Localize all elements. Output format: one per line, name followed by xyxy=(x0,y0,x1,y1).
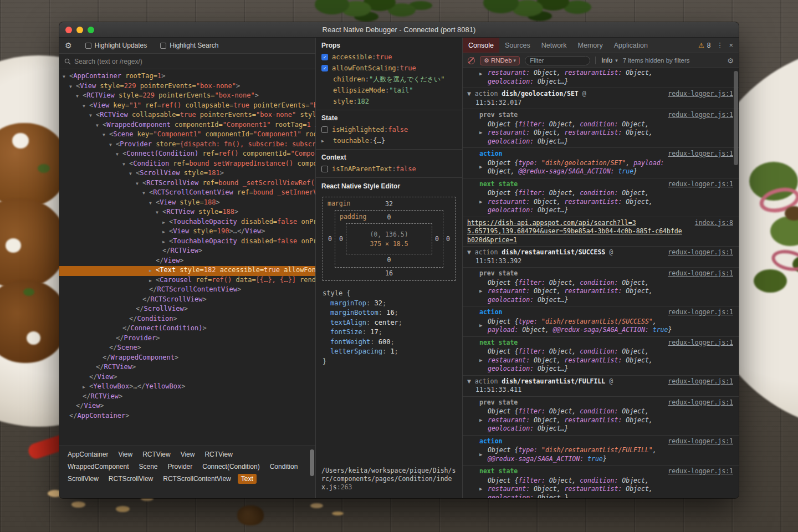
breadcrumb-item[interactable]: View xyxy=(115,449,136,459)
tree-row[interactable]: ▶<TouchableOpacity disabled=false onPres… xyxy=(59,218,315,228)
tree-row[interactable]: ▶<YellowBox>…</YellowBox> xyxy=(59,382,315,392)
expand-arrow[interactable]: ▼ xyxy=(69,84,76,89)
request-url-link[interactable]: https://dish-api.appspot.com/api/search?… xyxy=(467,219,690,245)
console-scrollbar[interactable] xyxy=(734,71,738,165)
expand-arrow[interactable]: ▶ xyxy=(479,451,488,459)
highlight-updates-checkbox[interactable] xyxy=(85,43,91,49)
tab-sources[interactable]: Sources xyxy=(499,38,536,53)
source-link[interactable]: redux-logger.js:1 xyxy=(663,90,733,99)
tab-console[interactable]: Console xyxy=(463,38,499,53)
zoom-window-button[interactable] xyxy=(88,27,94,33)
expand-arrow[interactable]: ▼ xyxy=(103,132,109,137)
expand-arrow[interactable]: ▼ xyxy=(156,210,162,215)
tree-row[interactable]: </RCTView> xyxy=(59,247,315,257)
source-link[interactable]: redux-logger.js:1 xyxy=(663,398,733,407)
tree-row[interactable]: </Provider> xyxy=(59,334,315,344)
expand-arrow[interactable]: ▼ xyxy=(122,162,129,167)
source-path[interactable]: /Users/keita/workspace/pique/Dish/src/co… xyxy=(316,463,462,498)
tree-row[interactable]: ▶<Text style=182 accessible=true allowFo… xyxy=(59,266,315,276)
css-prop-value[interactable]: 32 xyxy=(374,299,382,307)
prop-value[interactable]: false xyxy=(388,126,408,134)
prop-value[interactable]: true xyxy=(400,64,416,72)
expand-arrow[interactable]: ▶ xyxy=(479,287,488,296)
prop-value[interactable]: {…} xyxy=(373,137,385,145)
tree-row[interactable]: </View> xyxy=(59,373,315,383)
breadcrumb-item[interactable]: Scene xyxy=(136,462,161,472)
margin-right-value[interactable]: 0 xyxy=(443,210,453,268)
tree-row[interactable]: </RCTScrollContentView> xyxy=(59,285,315,295)
css-prop-value[interactable]: 600 xyxy=(378,338,391,346)
tree-row[interactable]: </View> xyxy=(59,402,315,412)
style-rule-prop[interactable]: fontSize: 17; xyxy=(323,328,456,337)
style-rule-prop[interactable]: fontWeight: 600; xyxy=(323,337,456,347)
source-link[interactable]: redux-logger.js:1 xyxy=(663,248,733,257)
padding-bottom-value[interactable]: 0 xyxy=(336,254,442,266)
source-link[interactable]: redux-logger.js:1 xyxy=(663,269,733,278)
expand-arrow[interactable]: ▶ xyxy=(479,416,488,425)
tree-row[interactable]: ▼<ScrollView style=181> xyxy=(59,169,315,179)
prop-checkbox[interactable] xyxy=(321,166,328,172)
source-link[interactable]: redux-logger.js:1 xyxy=(663,180,733,189)
style-rule-prop[interactable]: marginBottom: 16; xyxy=(323,308,456,318)
tree-row[interactable]: </Scene> xyxy=(59,344,315,354)
css-prop-value[interactable]: 17 xyxy=(370,328,378,336)
expand-arrow[interactable]: ▼ xyxy=(136,181,142,186)
tab-application[interactable]: Application xyxy=(608,38,653,53)
devtools-settings-gear-icon[interactable]: ⚙ xyxy=(65,41,72,50)
tree-row[interactable]: ▼<View style=188> xyxy=(59,198,315,208)
console-filter-input[interactable] xyxy=(525,56,590,65)
tree-row[interactable]: ▼<RCTView collapsable=true pointerEvents… xyxy=(59,111,315,121)
source-link[interactable]: redux-logger.js:1 xyxy=(663,111,733,120)
source-link[interactable]: redux-logger.js:1 xyxy=(663,377,733,386)
expand-arrow[interactable]: ▼ xyxy=(129,171,136,176)
expand-arrow[interactable]: ▼ xyxy=(76,94,83,99)
style-rule-prop[interactable]: textAlign: center; xyxy=(323,318,456,328)
tree-row[interactable]: ▼<RCTScrollView ref=bound _setScrollView… xyxy=(59,179,315,189)
tree-row[interactable]: ▼<RCTView style=188> xyxy=(59,208,315,218)
expand-arrow[interactable]: ▼ xyxy=(109,142,116,147)
group-header[interactable]: ▼ action dish/restaurantList/FULFILL @ xyxy=(467,377,613,386)
prop-checkbox[interactable]: ✓ xyxy=(321,65,328,71)
breadcrumb-item[interactable]: AppContainer xyxy=(64,449,111,459)
tree-row[interactable]: ▼<View style=229 pointerEvents="box-none… xyxy=(59,82,315,92)
tree-row[interactable]: </Connect(Condition)> xyxy=(59,324,315,334)
box-model-content[interactable]: (0, 136.5) 375 × 18.5 xyxy=(346,223,432,254)
tree-row[interactable]: ▶<Carousel ref=ref() data=[{…}, {…}] ren… xyxy=(59,276,315,286)
expand-arrow[interactable]: ▶ xyxy=(162,220,169,225)
box-model-padding[interactable]: padding 0 0 (0, 136.5) 375 × 18.5 0 xyxy=(335,210,443,268)
kebab-menu-icon[interactable]: ⋮ xyxy=(716,41,723,49)
tree-row[interactable]: </WrappedComponent> xyxy=(59,354,315,364)
tree-row[interactable]: </View> xyxy=(59,257,315,267)
breadcrumb-item[interactable]: Text xyxy=(238,474,257,484)
breadcrumb-item[interactable]: Connect(Condition) xyxy=(199,462,263,472)
console-settings-icon[interactable]: ⚙ xyxy=(727,57,734,65)
prop-checkbox[interactable] xyxy=(321,126,328,133)
expand-arrow[interactable]: ▶ xyxy=(162,239,169,244)
tab-memory[interactable]: Memory xyxy=(572,38,608,53)
expand-arrow[interactable]: ▼ xyxy=(96,123,103,128)
expand-arrow[interactable]: ▶ xyxy=(479,163,488,172)
source-link[interactable]: redux-logger.js:1 xyxy=(663,437,733,446)
tree-row[interactable]: ▶<View style=190>…</View> xyxy=(59,227,315,237)
prop-value[interactable]: true xyxy=(376,53,392,61)
source-link[interactable]: redux-logger.js:1 xyxy=(663,467,733,476)
console-entry[interactable]: ▼ action dish/restaurantList/SUCCESS @re… xyxy=(463,246,739,267)
group-header[interactable]: ▼ action dish/geolocation/SET @ xyxy=(467,90,586,99)
title-bar[interactable]: React Native Debugger - Connected (port … xyxy=(59,22,739,38)
source-link[interactable]: redux-logger.js:1 xyxy=(663,339,733,347)
close-window-button[interactable] xyxy=(65,27,72,33)
source-link[interactable]: index.js:8 xyxy=(690,219,733,228)
margin-bottom-value[interactable]: 16 xyxy=(325,268,453,279)
highlight-search-toggle[interactable]: Highlight Search xyxy=(160,42,218,49)
tree-row[interactable]: ▼<WrappedComponent componentId="Componen… xyxy=(59,121,315,131)
margin-left-value[interactable]: 0 xyxy=(325,210,335,268)
breadcrumb-item[interactable]: RCTScrollContentView xyxy=(160,474,234,484)
expand-arrow[interactable]: ▶ xyxy=(479,321,488,330)
expand-arrow[interactable]: ▶ xyxy=(83,385,89,390)
expand-arrow[interactable]: ▶ xyxy=(479,356,488,365)
console-entry[interactable]: ▼ action dish/geolocation/SET @redux-log… xyxy=(463,88,739,109)
console-entry[interactable]: ▼ action dish/restaurantList/FULFILL @re… xyxy=(463,375,739,396)
expand-arrow[interactable]: ▶ xyxy=(479,129,488,137)
highlight-search-checkbox[interactable] xyxy=(160,43,166,49)
source-link[interactable]: redux-logger.js:1 xyxy=(663,150,733,158)
